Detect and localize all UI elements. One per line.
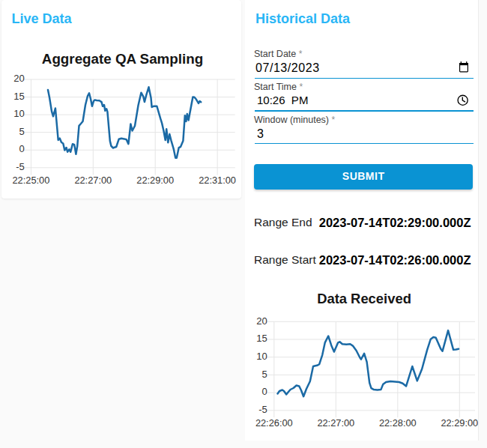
svg-text:22:28:00: 22:28:00 — [379, 417, 417, 429]
svg-text:10: 10 — [256, 351, 267, 362]
svg-text:22:31:00: 22:31:00 — [199, 175, 236, 186]
svg-text:5: 5 — [19, 126, 25, 137]
svg-text:5: 5 — [262, 369, 267, 380]
svg-text:0: 0 — [19, 143, 25, 154]
svg-text:15: 15 — [13, 91, 24, 102]
svg-text:-5: -5 — [258, 404, 267, 415]
svg-text:22:26:00: 22:26:00 — [255, 417, 293, 429]
svg-text:22:25:00: 22:25:00 — [12, 175, 49, 186]
svg-text:20: 20 — [256, 315, 267, 327]
svg-text:22:29:00: 22:29:00 — [136, 175, 174, 186]
svg-text:15: 15 — [256, 333, 267, 344]
svg-text:Aggregate QA Sampling: Aggregate QA Sampling — [42, 51, 203, 67]
svg-text:22:29:00: 22:29:00 — [441, 417, 478, 429]
svg-text:Data Received: Data Received — [317, 291, 411, 306]
svg-text:22:27:00: 22:27:00 — [317, 417, 354, 429]
svg-text:-5: -5 — [16, 161, 25, 172]
svg-text:20: 20 — [13, 73, 24, 84]
svg-text:22:27:00: 22:27:00 — [74, 175, 112, 186]
svg-text:0: 0 — [262, 386, 267, 397]
svg-text:10: 10 — [13, 108, 24, 119]
